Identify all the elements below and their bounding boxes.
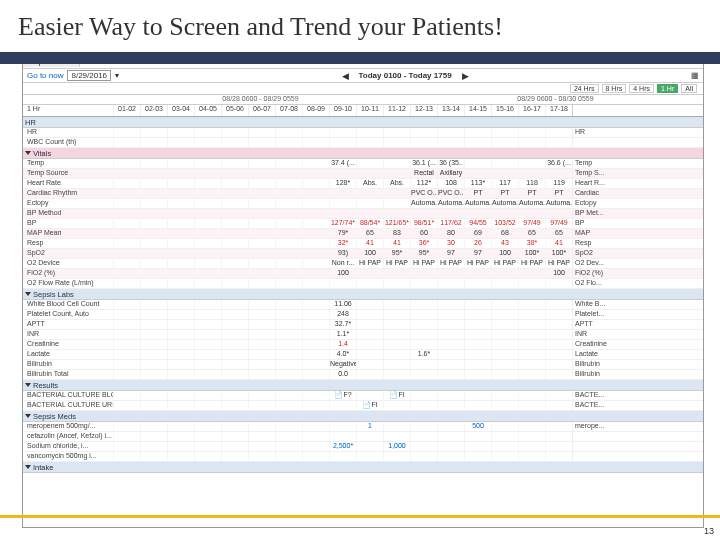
cell[interactable]: 2,500* bbox=[329, 442, 356, 451]
cell[interactable]: 26 bbox=[464, 239, 491, 248]
section-results[interactable]: Results bbox=[23, 380, 703, 391]
cell[interactable]: 97 bbox=[437, 249, 464, 258]
cell[interactable]: 94/55 bbox=[464, 219, 491, 228]
cell[interactable]: 103/52 bbox=[491, 219, 518, 228]
cell[interactable]: Abs. bbox=[383, 179, 410, 188]
cell[interactable]: 📄FI bbox=[356, 401, 383, 410]
cell[interactable]: 1.1* bbox=[329, 330, 356, 339]
cell[interactable]: PT bbox=[545, 189, 572, 198]
cell[interactable]: Hi PAP bbox=[356, 259, 383, 268]
col-header[interactable]: 14-15 bbox=[464, 105, 491, 116]
cell[interactable]: 248 bbox=[329, 310, 356, 319]
cell[interactable]: 65 bbox=[518, 229, 545, 238]
col-header[interactable]: 11-12 bbox=[383, 105, 410, 116]
cell[interactable]: 36.6 (... bbox=[545, 159, 572, 168]
cell[interactable]: 📄FI bbox=[383, 391, 410, 400]
cell[interactable]: 79* bbox=[329, 229, 356, 238]
cell[interactable]: Abs. bbox=[356, 179, 383, 188]
cell[interactable]: 95* bbox=[383, 249, 410, 258]
cell[interactable]: Hi PAP bbox=[545, 259, 572, 268]
cell[interactable]: 100 bbox=[356, 249, 383, 258]
cell[interactable]: 65 bbox=[356, 229, 383, 238]
col-header[interactable]: 15-16 bbox=[491, 105, 518, 116]
timescale-24hrs[interactable]: 24 Hrs bbox=[570, 84, 599, 93]
timescale-all[interactable]: All bbox=[681, 84, 697, 93]
cell[interactable]: 117/62 bbox=[437, 219, 464, 228]
col-header[interactable]: 06-07 bbox=[248, 105, 275, 116]
cell[interactable]: 38* bbox=[518, 239, 545, 248]
cell[interactable]: 30 bbox=[437, 239, 464, 248]
cell[interactable]: Hi PAP bbox=[464, 259, 491, 268]
cell[interactable]: 36.1 (... bbox=[410, 159, 437, 168]
cell[interactable]: 100* bbox=[545, 249, 572, 258]
section-sepsis-labs[interactable]: Sepsis Labs bbox=[23, 289, 703, 300]
cell[interactable]: 118 bbox=[518, 179, 545, 188]
section-vitals[interactable]: Vitals bbox=[23, 148, 703, 159]
cell[interactable]: 1.6* bbox=[410, 350, 437, 359]
cell[interactable]: 93) bbox=[329, 249, 356, 258]
cell[interactable]: Negative bbox=[329, 360, 356, 369]
cell[interactable]: 41 bbox=[356, 239, 383, 248]
cell[interactable]: 95* bbox=[410, 249, 437, 258]
col-header[interactable]: 01-02 bbox=[113, 105, 140, 116]
cell[interactable]: 80 bbox=[437, 229, 464, 238]
col-header[interactable]: 03-04 bbox=[167, 105, 194, 116]
cell[interactable]: 60 bbox=[410, 229, 437, 238]
cell[interactable]: 500 bbox=[464, 422, 491, 431]
prev-arrow-icon[interactable]: ◀ bbox=[336, 71, 355, 81]
cell[interactable]: 128* bbox=[329, 179, 356, 188]
cell[interactable]: PVC O... bbox=[437, 189, 464, 198]
cell[interactable]: Automa... bbox=[491, 199, 518, 208]
cell[interactable]: 43 bbox=[491, 239, 518, 248]
col-header[interactable]: 10-11 bbox=[356, 105, 383, 116]
flowsheet-grid[interactable]: 1 Hr01-0202-0303-0404-0505-0606-0707-080… bbox=[23, 105, 703, 527]
cell[interactable]: 98/51* bbox=[410, 219, 437, 228]
cell[interactable]: Hi PAP bbox=[383, 259, 410, 268]
cell[interactable]: 119 bbox=[545, 179, 572, 188]
cell[interactable]: 97 bbox=[464, 249, 491, 258]
col-header[interactable]: 07-08 bbox=[275, 105, 302, 116]
cell[interactable]: 97/49 bbox=[545, 219, 572, 228]
cell[interactable]: 112* bbox=[410, 179, 437, 188]
col-header[interactable]: 12-13 bbox=[410, 105, 437, 116]
col-header[interactable]: 02-03 bbox=[140, 105, 167, 116]
cell[interactable]: 65 bbox=[545, 229, 572, 238]
cell[interactable]: Hi PAP bbox=[437, 259, 464, 268]
cell[interactable]: 37.4 (... bbox=[329, 159, 356, 168]
cell[interactable]: 0.0 bbox=[329, 370, 356, 379]
cell[interactable]: 121/65* bbox=[383, 219, 410, 228]
next-arrow-icon[interactable]: ▶ bbox=[456, 71, 475, 81]
cell[interactable]: 11.06 bbox=[329, 300, 356, 309]
cell[interactable]: 4.0* bbox=[329, 350, 356, 359]
cell[interactable]: 69 bbox=[464, 229, 491, 238]
cell[interactable]: PVC O... bbox=[410, 189, 437, 198]
cell[interactable]: 127/74* bbox=[329, 219, 356, 228]
cell[interactable]: 83 bbox=[383, 229, 410, 238]
cell[interactable]: 108 bbox=[437, 179, 464, 188]
cell[interactable]: 88/54* bbox=[356, 219, 383, 228]
cell[interactable]: 📄F? bbox=[329, 391, 356, 400]
cell[interactable]: Automa... bbox=[410, 199, 437, 208]
col-header[interactable]: 05-06 bbox=[221, 105, 248, 116]
date-picker[interactable]: 8/29/2016 bbox=[67, 70, 111, 81]
col-header[interactable]: 16-17 bbox=[518, 105, 545, 116]
cell[interactable]: PT bbox=[464, 189, 491, 198]
cell[interactable]: 100 bbox=[491, 249, 518, 258]
cell[interactable]: Automa... bbox=[464, 199, 491, 208]
cell[interactable]: Non r... bbox=[329, 259, 356, 268]
cell[interactable]: 100 bbox=[545, 269, 572, 278]
cell[interactable]: 97/49 bbox=[518, 219, 545, 228]
cell[interactable]: 100 bbox=[329, 269, 356, 278]
cell[interactable]: 68 bbox=[491, 229, 518, 238]
cell[interactable]: 32.7* bbox=[329, 320, 356, 329]
section-hr[interactable]: HR bbox=[23, 117, 703, 128]
cell[interactable]: Hi PAP bbox=[491, 259, 518, 268]
cell[interactable]: Hi PAP bbox=[410, 259, 437, 268]
timescale-1hr[interactable]: 1 Hr bbox=[657, 84, 678, 93]
cell[interactable]: PT bbox=[518, 189, 545, 198]
cell[interactable]: 32* bbox=[329, 239, 356, 248]
cell[interactable]: Hi PAP bbox=[518, 259, 545, 268]
timescale-4hrs[interactable]: 4 Hrs bbox=[629, 84, 654, 93]
cell[interactable]: Rectal bbox=[410, 169, 437, 178]
cell[interactable]: 36 (35.. bbox=[437, 159, 464, 168]
